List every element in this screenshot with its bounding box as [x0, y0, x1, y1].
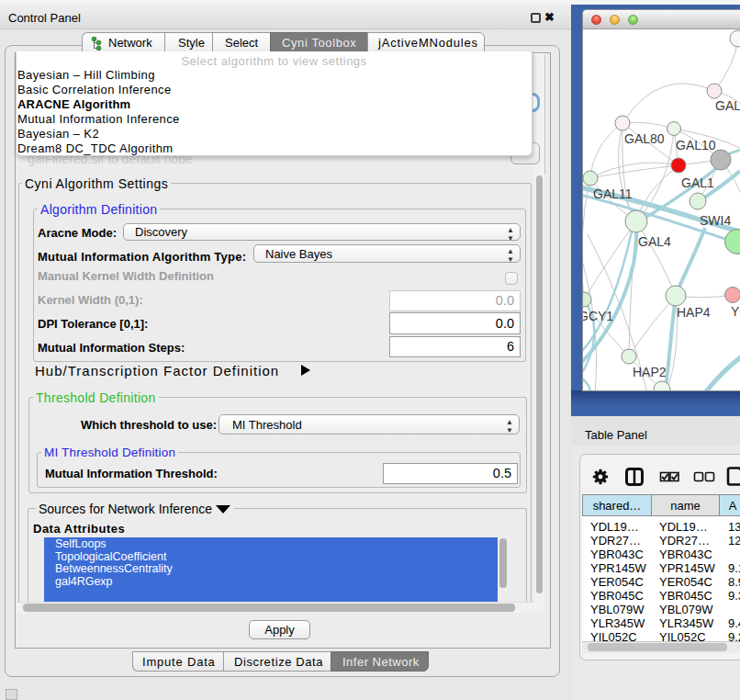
svg-text:GCY1: GCY1: [583, 309, 613, 323]
svg-text:GAL4: GAL4: [638, 234, 671, 249]
svg-text:GAL11: GAL11: [593, 186, 633, 201]
svg-text:GAL7: GAL7: [715, 98, 740, 113]
svg-text:SWI4: SWI4: [700, 213, 731, 228]
svg-text:HAP4: HAP4: [677, 305, 711, 320]
svg-text:HAP2: HAP2: [633, 365, 667, 379]
svg-text:GAL1: GAL1: [681, 175, 714, 190]
svg-text:GAL10: GAL10: [676, 138, 716, 152]
svg-text:GAL80: GAL80: [624, 131, 665, 146]
svg-text:YO: YO: [731, 304, 740, 319]
